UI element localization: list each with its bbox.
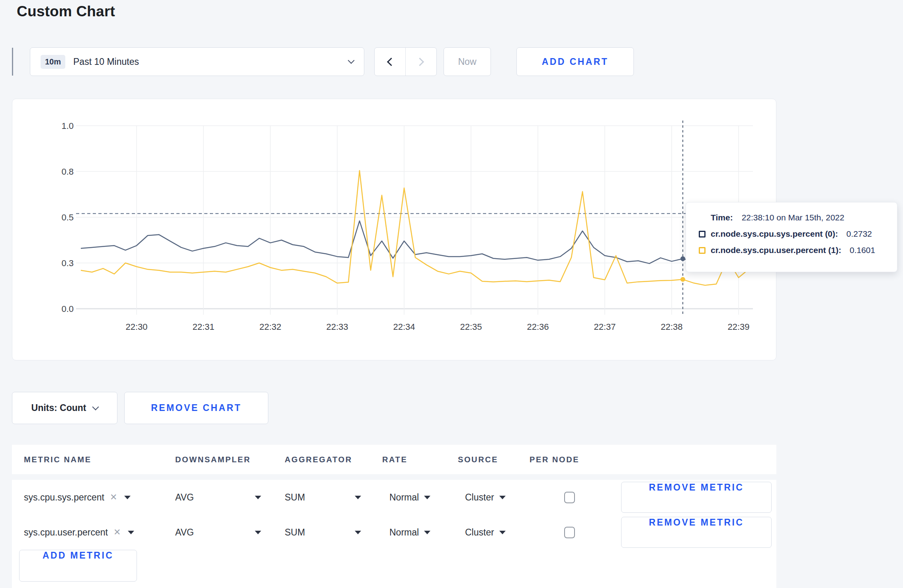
downsampler-dropdown[interactable]: AVG — [175, 527, 261, 538]
metric-name-dropdown[interactable]: sys.cpu.user.percent ✕ — [24, 527, 175, 538]
metric-name-dropdown[interactable]: sys.cpu.sys.percent ✕ — [24, 492, 175, 503]
time-range-badge: 10m — [41, 55, 65, 69]
x-axis-tick-label: 22:32 — [259, 322, 281, 332]
col-downsampler: DOWNSAMPLER — [175, 455, 285, 464]
units-dropdown[interactable]: Units: Count — [12, 392, 117, 424]
y-axis-tick-label: 1.0 — [61, 121, 74, 131]
y-axis-tick-label: 0.5 — [61, 212, 74, 222]
page-title: Custom Chart — [17, 3, 115, 20]
add-metric-button[interactable]: ADD METRIC — [19, 550, 137, 582]
y-axis-tick-label: 0.3 — [61, 258, 74, 268]
caret-down-icon — [424, 531, 430, 534]
caret-down-icon — [499, 496, 506, 499]
remove-metric-button[interactable]: REMOVE METRIC — [621, 482, 772, 513]
sys-series-swatch-icon — [699, 231, 706, 238]
series-line-1 — [81, 171, 750, 285]
aggregator-dropdown[interactable]: SUM — [285, 492, 361, 503]
per-node-checkbox[interactable] — [564, 527, 575, 538]
caret-down-icon — [255, 531, 261, 534]
y-axis-tick-label: 0.8 — [61, 167, 74, 177]
col-metric-name: METRIC NAME — [24, 455, 175, 464]
downsampler-dropdown[interactable]: AVG — [175, 492, 261, 503]
x-axis-tick-label: 22:38 — [661, 322, 682, 332]
remove-chart-button[interactable]: REMOVE CHART — [124, 392, 268, 424]
metrics-table-header: METRIC NAME DOWNSAMPLER AGGREGATOR RATE … — [12, 445, 776, 474]
chevron-right-icon — [416, 57, 424, 66]
clear-metric-icon[interactable]: ✕ — [113, 527, 121, 537]
rate-dropdown[interactable]: Normal — [382, 527, 458, 538]
col-aggregator: AGGREGATOR — [285, 455, 382, 464]
add-chart-button[interactable]: ADD CHART — [516, 47, 634, 76]
chart-tooltip: Time: 22:38:10 on Mar 15th, 2022 cr.node… — [686, 202, 897, 272]
source-dropdown[interactable]: Cluster — [458, 492, 530, 503]
caret-down-icon — [255, 496, 261, 499]
tooltip-series-sys: cr.node.sys.cpu.sys.percent (0): 0.2732 — [699, 229, 887, 239]
x-axis-tick-label: 22:31 — [192, 322, 214, 332]
x-axis-tick-label: 22:37 — [594, 322, 616, 332]
custom-chart-panel: 0.00.30.50.81.022:3022:3122:3222:3322:34… — [12, 99, 776, 360]
metric-row: sys.cpu.sys.percent ✕ AVG SUM Normal Clu… — [12, 480, 776, 515]
col-per-node: PER NODE — [530, 455, 609, 464]
clear-metric-icon[interactable]: ✕ — [110, 492, 117, 502]
user-series-swatch-icon — [699, 247, 706, 254]
caret-down-icon — [124, 496, 131, 499]
left-divider — [12, 48, 13, 76]
chevron-left-icon — [387, 57, 395, 66]
metrics-table-body: sys.cpu.sys.percent ✕ AVG SUM Normal Clu… — [12, 480, 776, 588]
caret-down-icon — [128, 531, 134, 534]
rate-dropdown[interactable]: Normal — [382, 492, 458, 503]
chevron-down-icon — [92, 403, 99, 410]
y-axis-tick-label: 0.0 — [61, 304, 74, 314]
crosshair-dot-1 — [680, 277, 685, 282]
x-axis-tick-label: 22:36 — [527, 322, 549, 332]
time-range-label: Past 10 Minutes — [73, 56, 139, 67]
caret-down-icon — [355, 496, 361, 499]
per-node-checkbox[interactable] — [564, 492, 575, 503]
col-source: SOURCE — [458, 455, 530, 464]
col-rate: RATE — [382, 455, 458, 464]
x-axis-tick-label: 22:35 — [460, 322, 482, 332]
tooltip-time: Time: 22:38:10 on Mar 15th, 2022 — [711, 213, 887, 222]
x-axis-tick-label: 22:30 — [125, 322, 147, 332]
caret-down-icon — [424, 496, 430, 499]
cpu-percent-line-chart[interactable]: 0.00.30.50.81.022:3022:3122:3222:3322:34… — [12, 99, 777, 361]
x-axis-tick-label: 22:33 — [326, 322, 348, 332]
tooltip-series-user: cr.node.sys.cpu.user.percent (1): 0.1601 — [699, 245, 887, 255]
chevron-down-icon — [348, 57, 355, 64]
aggregator-dropdown[interactable]: SUM — [285, 527, 361, 538]
x-axis-tick-label: 22:39 — [727, 322, 749, 332]
remove-metric-button[interactable]: REMOVE METRIC — [621, 517, 772, 548]
prev-time-button[interactable] — [375, 48, 406, 76]
caret-down-icon — [355, 531, 361, 534]
x-axis-tick-label: 22:34 — [393, 322, 415, 332]
time-step-buttons — [374, 47, 437, 76]
next-time-button[interactable] — [406, 48, 437, 76]
source-dropdown[interactable]: Cluster — [458, 527, 530, 538]
time-range-picker[interactable]: 10m Past 10 Minutes — [30, 47, 364, 76]
caret-down-icon — [499, 531, 506, 534]
metric-row: sys.cpu.user.percent ✕ AVG SUM Normal Cl… — [12, 515, 776, 550]
now-button[interactable]: Now — [444, 47, 491, 76]
crosshair-dot-0 — [680, 256, 685, 261]
